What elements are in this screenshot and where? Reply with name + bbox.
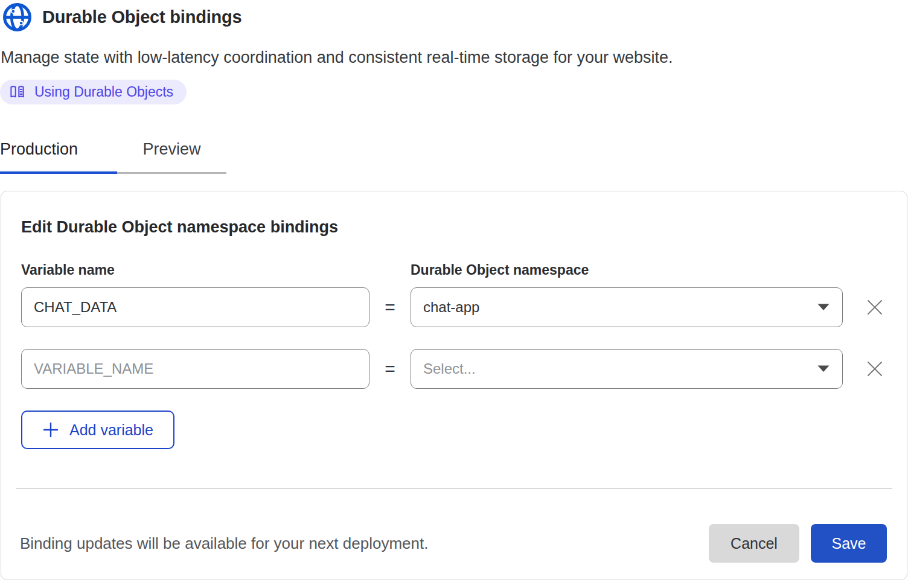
- durable-object-bindings-page: Durable Object bindings Manage state wit…: [0, 0, 908, 580]
- label-namespace: Durable Object namespace: [411, 262, 843, 278]
- page-header: Durable Object bindings: [0, 2, 908, 32]
- namespace-select[interactable]: Select...: [411, 349, 843, 389]
- remove-binding-button[interactable]: [863, 296, 886, 319]
- namespace-select-value: chat-app: [423, 299, 479, 316]
- tab-preview[interactable]: Preview: [117, 140, 226, 174]
- bindings-form: Variable name Durable Object namespace =…: [21, 262, 907, 389]
- environment-tabs: Production Preview: [0, 140, 908, 174]
- bindings-card: Edit Durable Object namespace bindings V…: [1, 191, 907, 580]
- using-durable-objects-link[interactable]: Using Durable Objects: [0, 80, 187, 104]
- binding-row-namespace: chat-app: [411, 287, 843, 327]
- caret-down-icon: [817, 365, 830, 372]
- add-variable-button[interactable]: Add variable: [21, 411, 174, 449]
- variable-name-input[interactable]: [21, 287, 369, 327]
- variable-name-input[interactable]: [21, 349, 369, 389]
- remove-cell: [843, 357, 907, 380]
- close-icon: [866, 371, 884, 380]
- open-book-icon: [9, 84, 25, 100]
- card-heading: Edit Durable Object namespace bindings: [21, 218, 907, 237]
- footer-actions: Cancel Save: [709, 524, 887, 563]
- save-button[interactable]: Save: [811, 524, 887, 563]
- page-description: Manage state with low-latency coordinati…: [1, 48, 908, 67]
- binding-row-namespace: Select...: [411, 349, 843, 389]
- cancel-button[interactable]: Cancel: [709, 524, 799, 563]
- caret-down-icon: [817, 304, 830, 311]
- binding-row: [21, 287, 369, 327]
- label-variable-name: Variable name: [21, 262, 369, 278]
- remove-binding-button[interactable]: [863, 357, 886, 380]
- tab-production[interactable]: Production: [0, 140, 117, 174]
- binding-row: [21, 349, 369, 389]
- plus-icon: [42, 421, 59, 438]
- durable-objects-globe-icon: [2, 2, 32, 32]
- close-icon: [866, 309, 884, 318]
- namespace-select[interactable]: chat-app: [411, 287, 843, 327]
- equals-sign: =: [369, 297, 411, 318]
- card-footer: Binding updates will be available for yo…: [20, 524, 887, 563]
- footer-note: Binding updates will be available for yo…: [20, 534, 428, 553]
- add-variable-label: Add variable: [69, 421, 153, 439]
- namespace-select-value: Select...: [423, 360, 476, 377]
- footer-divider: [16, 488, 892, 489]
- page-title: Durable Object bindings: [42, 7, 242, 27]
- docs-link-label: Using Durable Objects: [34, 84, 173, 100]
- remove-cell: [843, 296, 907, 319]
- equals-sign: =: [369, 359, 411, 379]
